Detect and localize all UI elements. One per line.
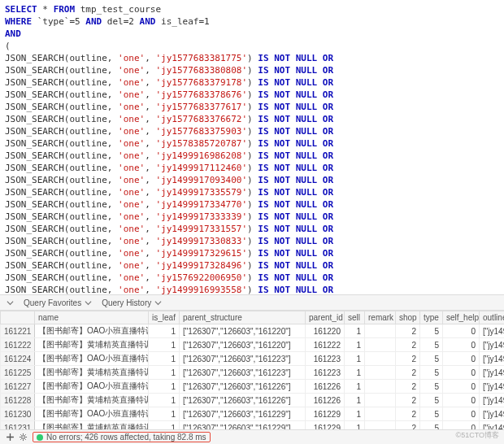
table-cell[interactable]: 0 bbox=[443, 407, 480, 421]
table-body[interactable]: 161221【图书邮寄】OAO小班直播特训营系…1["126307","1266… bbox=[1, 324, 505, 430]
column-header[interactable]: is_leaf bbox=[149, 311, 180, 324]
table-cell[interactable]: 2 bbox=[396, 338, 420, 352]
table-cell[interactable]: 2 bbox=[396, 421, 420, 430]
table-cell[interactable]: 161225 bbox=[1, 366, 35, 380]
table-cell[interactable]: 【图书邮寄】黄埔精英直播特训营系… bbox=[35, 421, 149, 430]
table-cell[interactable]: 2 bbox=[396, 407, 420, 421]
table-cell[interactable]: ["jy1499917007445","jy14 bbox=[480, 338, 505, 352]
results-table[interactable]: nameis_leafparent_structureparent_idsell… bbox=[0, 311, 504, 429]
table-cell[interactable]: 161222 bbox=[1, 338, 35, 352]
table-cell[interactable]: 1 bbox=[149, 352, 180, 366]
table-cell[interactable]: 5 bbox=[420, 407, 443, 421]
table-cell[interactable]: 【图书邮寄】黄埔精英直播特训营系… bbox=[35, 338, 149, 352]
table-cell[interactable]: 1 bbox=[345, 366, 365, 380]
table-cell[interactable]: 【图书邮寄】黄埔精英直播特训营系… bbox=[35, 366, 149, 380]
table-cell[interactable]: ["jy1499917127754","jy14 bbox=[480, 352, 505, 366]
table-cell[interactable] bbox=[365, 366, 396, 380]
table-cell[interactable]: 1 bbox=[149, 421, 180, 430]
table-cell[interactable] bbox=[365, 380, 396, 394]
table-cell[interactable]: ["jy1499917127754","jy14 bbox=[480, 366, 505, 380]
table-cell[interactable]: 161229 bbox=[306, 421, 345, 430]
table-cell[interactable]: 5 bbox=[420, 394, 443, 407]
column-header[interactable]: remark bbox=[365, 311, 396, 324]
query-history-dropdown[interactable]: Query History bbox=[102, 298, 162, 307]
table-cell[interactable]: 1 bbox=[345, 380, 365, 394]
table-cell[interactable]: 5 bbox=[420, 380, 443, 394]
table-cell[interactable]: 5 bbox=[420, 352, 443, 366]
table-cell[interactable]: ["126307","126603","161223"] bbox=[180, 352, 306, 366]
table-cell[interactable]: 5 bbox=[420, 366, 443, 380]
table-cell[interactable]: 2 bbox=[396, 366, 420, 380]
table-row[interactable]: 161230【图书邮寄】OAO小班直播特训营系…1["126307","1266… bbox=[1, 407, 505, 421]
column-header[interactable]: sell bbox=[345, 311, 365, 324]
table-cell[interactable]: 161226 bbox=[306, 394, 345, 407]
table-cell[interactable]: 【图书邮寄】OAO小班直播特训营系… bbox=[35, 352, 149, 366]
table-row[interactable]: 161221【图书邮寄】OAO小班直播特训营系…1["126307","1266… bbox=[1, 324, 505, 338]
table-cell[interactable]: 161226 bbox=[306, 380, 345, 394]
table-cell[interactable]: 161227 bbox=[1, 380, 35, 394]
table-cell[interactable]: 2 bbox=[396, 380, 420, 394]
settings-button[interactable] bbox=[16, 431, 29, 444]
table-cell[interactable]: ["jy1499917007445","jy14 bbox=[480, 421, 505, 430]
table-cell[interactable]: 【图书邮寄】OAO小班直播特训营系… bbox=[35, 324, 149, 338]
column-header[interactable]: name bbox=[35, 311, 149, 324]
table-cell[interactable]: 1 bbox=[345, 352, 365, 366]
column-header[interactable]: type bbox=[420, 311, 443, 324]
table-cell[interactable]: 1 bbox=[149, 380, 180, 394]
table-row[interactable]: 161228【图书邮寄】黄埔精英直播特训营系…1["126307","12660… bbox=[1, 394, 505, 407]
table-row[interactable]: 161222【图书邮寄】黄埔精英直播特训营系…1["126307","12660… bbox=[1, 338, 505, 352]
column-header[interactable]: self_help bbox=[443, 311, 480, 324]
table-cell[interactable] bbox=[365, 352, 396, 366]
table-cell[interactable]: 161223 bbox=[306, 366, 345, 380]
table-cell[interactable]: 1 bbox=[345, 324, 365, 338]
table-cell[interactable]: ["jy1499917007445","jy14 bbox=[480, 407, 505, 421]
table-cell[interactable]: ["126307","126603","161226"] bbox=[180, 380, 306, 394]
column-header[interactable]: parent_structure bbox=[180, 311, 306, 324]
table-cell[interactable]: ["126307","126603","161226"] bbox=[180, 394, 306, 407]
table-cell[interactable]: 161231 bbox=[1, 421, 35, 430]
table-cell[interactable]: 5 bbox=[420, 338, 443, 352]
table-cell[interactable] bbox=[365, 338, 396, 352]
table-cell[interactable]: ["126307","126603","161220"] bbox=[180, 324, 306, 338]
column-header[interactable]: parent_id bbox=[306, 311, 345, 324]
table-cell[interactable]: 161229 bbox=[306, 407, 345, 421]
table-cell[interactable]: ["jy1499917007445","jy14 bbox=[480, 324, 505, 338]
table-cell[interactable]: ["126307","126603","161229"] bbox=[180, 407, 306, 421]
table-cell[interactable]: 【图书邮寄】黄埔精英直播特训营系… bbox=[35, 394, 149, 407]
table-cell[interactable]: 161222 bbox=[306, 338, 345, 352]
table-cell[interactable]: 2 bbox=[396, 394, 420, 407]
table-cell[interactable]: ["jy1499917128843","jy14 bbox=[480, 380, 505, 394]
table-cell[interactable]: ["126307","126603","161223"] bbox=[180, 366, 306, 380]
sql-editor[interactable]: SELECT * FROM tmp_test_course WHERE `typ… bbox=[0, 0, 504, 294]
table-cell[interactable]: 1 bbox=[149, 366, 180, 380]
table-cell[interactable]: 0 bbox=[443, 324, 480, 338]
table-cell[interactable]: 2 bbox=[396, 324, 420, 338]
table-cell[interactable]: 0 bbox=[443, 366, 480, 380]
table-row[interactable]: 161225【图书邮寄】黄埔精英直播特训营系…1["126307","12660… bbox=[1, 366, 505, 380]
table-cell[interactable]: 0 bbox=[443, 380, 480, 394]
table-cell[interactable]: 【图书邮寄】OAO小班直播特训营系… bbox=[35, 407, 149, 421]
column-header[interactable]: outline bbox=[480, 311, 505, 324]
table-cell[interactable] bbox=[365, 394, 396, 407]
table-cell[interactable]: 1 bbox=[149, 338, 180, 352]
table-cell[interactable]: 1 bbox=[345, 338, 365, 352]
table-cell[interactable]: 161221 bbox=[1, 324, 35, 338]
table-cell[interactable]: 1 bbox=[345, 421, 365, 430]
table-cell[interactable]: 1 bbox=[149, 324, 180, 338]
table-cell[interactable]: 1 bbox=[149, 407, 180, 421]
table-cell[interactable]: 5 bbox=[420, 324, 443, 338]
table-cell[interactable]: 1 bbox=[149, 394, 180, 407]
column-header[interactable] bbox=[1, 311, 35, 324]
table-row[interactable]: 161231【图书邮寄】黄埔精英直播特训营系…1["126307","12660… bbox=[1, 421, 505, 430]
column-header[interactable]: shop bbox=[396, 311, 420, 324]
table-cell[interactable]: 161220 bbox=[306, 324, 345, 338]
table-cell[interactable] bbox=[365, 407, 396, 421]
toolbar-spacer-left[interactable] bbox=[7, 299, 14, 307]
table-cell[interactable]: 0 bbox=[443, 394, 480, 407]
table-row[interactable]: 161224【图书邮寄】OAO小班直播特训营系…1["126307","1266… bbox=[1, 352, 505, 366]
table-cell[interactable]: 161224 bbox=[1, 352, 35, 366]
table-cell[interactable]: 161230 bbox=[1, 407, 35, 421]
table-cell[interactable]: 161228 bbox=[1, 394, 35, 407]
table-cell[interactable]: 161223 bbox=[306, 352, 345, 366]
table-cell[interactable] bbox=[365, 324, 396, 338]
